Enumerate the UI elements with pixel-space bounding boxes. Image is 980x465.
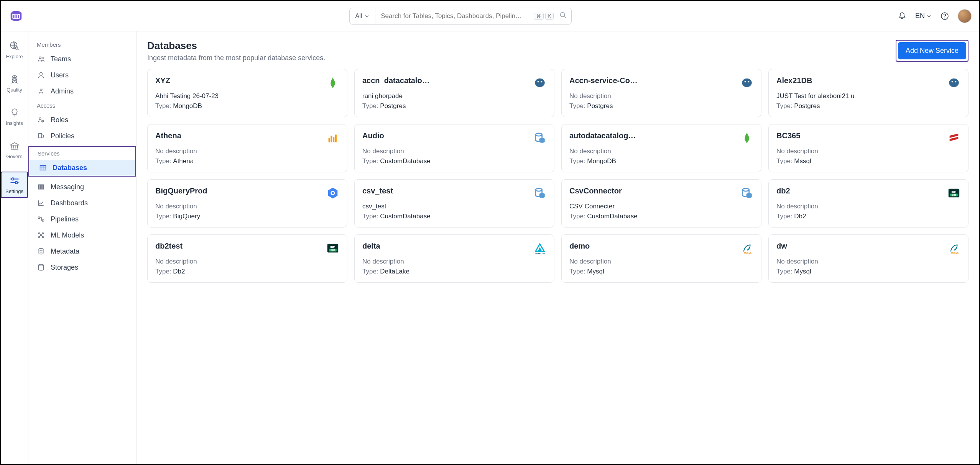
language-selector[interactable]: EN — [915, 12, 932, 20]
sidebar-item-teams[interactable]: Teams — [28, 51, 136, 67]
search-filter-label: All — [355, 13, 362, 20]
app-header: All ⌘ K EN — [1, 1, 979, 31]
service-card[interactable]: Athena No description Type: Athena — [147, 124, 347, 172]
service-type: Type: MongoDB — [155, 102, 339, 110]
svg-point-43 — [40, 234, 41, 236]
sidebar-item-roles[interactable]: Roles — [28, 112, 136, 128]
mongodb-icon — [740, 131, 753, 144]
service-card[interactable]: Alex21DB JUST Test for alexboni21 u Type… — [768, 69, 968, 117]
sidebar-item-label: Dashboards — [51, 199, 88, 207]
sidebar-item-admins[interactable]: Admins — [28, 83, 136, 99]
bulb-icon — [9, 107, 20, 118]
service-name: delta — [362, 242, 380, 251]
add-new-service-button[interactable]: Add New Service — [898, 42, 966, 59]
settings-sidebar: Members Teams Users Admins Access Roles … — [28, 31, 136, 464]
service-card[interactable]: Accn-service-Conne No description Type: … — [561, 69, 761, 117]
svg-point-45 — [38, 264, 43, 266]
table-icon — [39, 164, 47, 172]
svg-point-24 — [12, 178, 14, 180]
sidebar-item-storages[interactable]: Storages — [28, 259, 136, 275]
svg-rect-37 — [38, 217, 40, 218]
sidebar-item-messaging[interactable]: Messaging — [28, 179, 136, 195]
service-name: dw — [776, 242, 787, 251]
service-description: No description — [569, 147, 753, 155]
service-description: No description — [362, 258, 546, 265]
service-card[interactable]: BigQueryProd No description Type: BigQue… — [147, 179, 347, 228]
admin-icon — [37, 87, 45, 95]
search-kbd-hint: ⌘ K — [534, 13, 554, 20]
service-card[interactable]: XYZ Abhi Testing 26-07-23 Type: MongoDB — [147, 69, 347, 117]
service-card[interactable]: demo No description Type: Mysql — [561, 234, 761, 283]
sliders-icon — [9, 175, 20, 186]
sidebar-item-metadata[interactable]: Metadata — [28, 243, 136, 259]
service-description: No description — [776, 203, 960, 210]
sidebar-item-mlmodels[interactable]: ML Models — [28, 227, 136, 243]
sidebar-item-label: Messaging — [51, 183, 84, 191]
svg-point-44 — [39, 249, 43, 251]
sidebar-item-policies[interactable]: Policies — [28, 128, 136, 144]
service-card[interactable]: delta No description Type: DeltaLake — [354, 234, 554, 283]
service-card[interactable]: BC365 No description Type: Mssql — [768, 124, 968, 172]
service-type: Type: DeltaLake — [362, 268, 546, 275]
notifications-icon[interactable] — [898, 11, 907, 21]
sidebar-group-access: Access — [28, 99, 136, 112]
search-icon[interactable] — [559, 11, 571, 21]
service-card[interactable]: accn_datacatalog_d rani ghorpade Type: P… — [354, 69, 554, 117]
service-type: Type: CustomDatabase — [569, 213, 753, 220]
service-name: BC365 — [776, 131, 800, 140]
svg-point-27 — [42, 57, 43, 59]
sidebar-item-label: Admins — [51, 87, 74, 95]
nav-rail-settings[interactable]: Settings — [1, 172, 28, 198]
service-type: Type: Postgres — [776, 102, 960, 110]
svg-point-42 — [42, 236, 43, 237]
sidebar-item-label: Pipelines — [51, 215, 79, 223]
service-card[interactable]: CsvConnector CSV Connecter Type: CustomD… — [561, 179, 761, 228]
service-card[interactable]: db2test No description Type: Db2 — [147, 234, 347, 283]
svg-rect-38 — [42, 220, 44, 221]
sidebar-item-users[interactable]: Users — [28, 67, 136, 83]
user-avatar[interactable] — [958, 9, 972, 23]
sidebar-item-label: ML Models — [51, 231, 84, 239]
customdb-icon — [740, 187, 753, 200]
help-icon[interactable] — [940, 11, 949, 21]
service-type: Type: Postgres — [569, 102, 753, 110]
service-type: Type: CustomDatabase — [362, 157, 546, 165]
sidebar-item-label: Roles — [51, 116, 68, 124]
nav-rail-explore[interactable]: Explore — [1, 39, 28, 61]
search-filter-dropdown[interactable]: All — [350, 8, 375, 24]
user-icon — [37, 71, 45, 79]
svg-rect-34 — [38, 185, 39, 189]
main-content: Databases Ingest metadata from the most … — [136, 31, 979, 464]
svg-point-25 — [15, 182, 17, 184]
service-name: autodatacatalog_db — [569, 131, 638, 140]
service-type: Type: CustomDatabase — [362, 213, 546, 220]
service-card[interactable]: db2 No description Type: Db2 — [768, 179, 968, 228]
sidebar-item-dashboards[interactable]: Dashboards — [28, 195, 136, 211]
mysql-icon — [740, 242, 753, 255]
nav-rail-insights[interactable]: Insights — [1, 106, 28, 128]
db2-icon — [947, 187, 960, 200]
global-search: All ⌘ K — [349, 8, 572, 25]
sidebar-item-label: Teams — [51, 55, 71, 63]
roles-icon — [37, 116, 45, 124]
service-description: JUST Test for alexboni21 u — [776, 92, 960, 100]
service-type: Type: Mssql — [776, 157, 960, 165]
service-card[interactable]: autodatacatalog_db No description Type: … — [561, 124, 761, 172]
service-type: Type: Postgres — [362, 102, 546, 110]
service-card[interactable]: csv_test csv_test Type: CustomDatabase — [354, 179, 554, 228]
nav-rail-govern[interactable]: Govern — [1, 139, 28, 161]
service-name: Athena — [155, 131, 181, 140]
sidebar-item-pipelines[interactable]: Pipelines — [28, 211, 136, 227]
nav-rail-quality[interactable]: Quality — [1, 72, 28, 94]
service-card[interactable]: Audio No description Type: CustomDatabas… — [354, 124, 554, 172]
service-card[interactable]: dw No description Type: Mysql — [768, 234, 968, 283]
app-logo[interactable] — [8, 8, 24, 24]
svg-point-28 — [40, 72, 43, 75]
service-name: XYZ — [155, 76, 170, 85]
service-description: No description — [776, 258, 960, 265]
chevron-down-icon — [364, 13, 370, 19]
sidebar-item-databases[interactable]: Databases — [29, 160, 135, 176]
search-input[interactable] — [381, 12, 530, 20]
page-subtitle: Ingest metadata from the most popular da… — [147, 54, 325, 62]
postgres-icon — [947, 76, 960, 89]
